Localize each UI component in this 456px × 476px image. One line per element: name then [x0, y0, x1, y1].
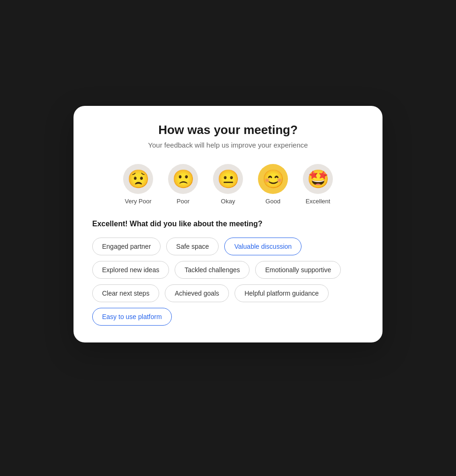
emoji-good-icon: 😊 [258, 164, 288, 194]
emoji-excellent-label: Excellent [306, 198, 331, 205]
tag-tackled-challenges[interactable]: Tackled challenges [175, 261, 250, 279]
feedback-subtitle: Your feedback will help us improve your … [92, 141, 364, 149]
emoji-okay[interactable]: 😐 Okay [213, 164, 243, 205]
what-liked-question: Excellent! What did you like about the m… [92, 220, 364, 228]
emoji-okay-icon: 😐 [213, 164, 243, 194]
tag-emotionally-supportive[interactable]: Emotionally supportive [255, 261, 341, 279]
feedback-title: How was your meeting? [92, 123, 364, 137]
emoji-very-poor-label: Very Poor [125, 198, 151, 205]
emoji-excellent[interactable]: 🤩 Excellent [303, 164, 333, 205]
tag-safe-space[interactable]: Safe space [166, 238, 219, 255]
emoji-very-poor-icon: 😟 [123, 164, 153, 194]
tag-engaged-partner[interactable]: Engaged partner [92, 238, 161, 255]
tags-container: Engaged partner Safe space Valuable disc… [92, 238, 364, 326]
tag-clear-next-steps[interactable]: Clear next steps [92, 284, 159, 302]
emoji-very-poor[interactable]: 😟 Very Poor [123, 164, 153, 205]
emoji-poor-label: Poor [177, 198, 189, 205]
tag-achieved-goals[interactable]: Achieved goals [165, 284, 229, 302]
tag-explored-new-ideas[interactable]: Explored new ideas [92, 261, 169, 279]
tag-easy-to-use-platform[interactable]: Easy to use platform [92, 308, 172, 326]
feedback-card: How was your meeting? Your feedback will… [74, 106, 382, 342]
tag-valuable-discussion[interactable]: Valuable discussion [224, 238, 302, 255]
emoji-good-label: Good [265, 198, 280, 205]
outer-container: How was your meeting? Your feedback will… [64, 125, 392, 352]
emoji-poor[interactable]: 🙁 Poor [168, 164, 198, 205]
tag-helpful-platform-guidance[interactable]: Helpful platform guidance [235, 284, 329, 302]
emoji-okay-label: Okay [221, 198, 235, 205]
emoji-good[interactable]: 😊 Good [258, 164, 288, 205]
emoji-excellent-icon: 🤩 [303, 164, 333, 194]
emoji-poor-icon: 🙁 [168, 164, 198, 194]
emoji-rating-row: 😟 Very Poor 🙁 Poor 😐 Okay 😊 Good 🤩 Excel… [92, 164, 364, 205]
